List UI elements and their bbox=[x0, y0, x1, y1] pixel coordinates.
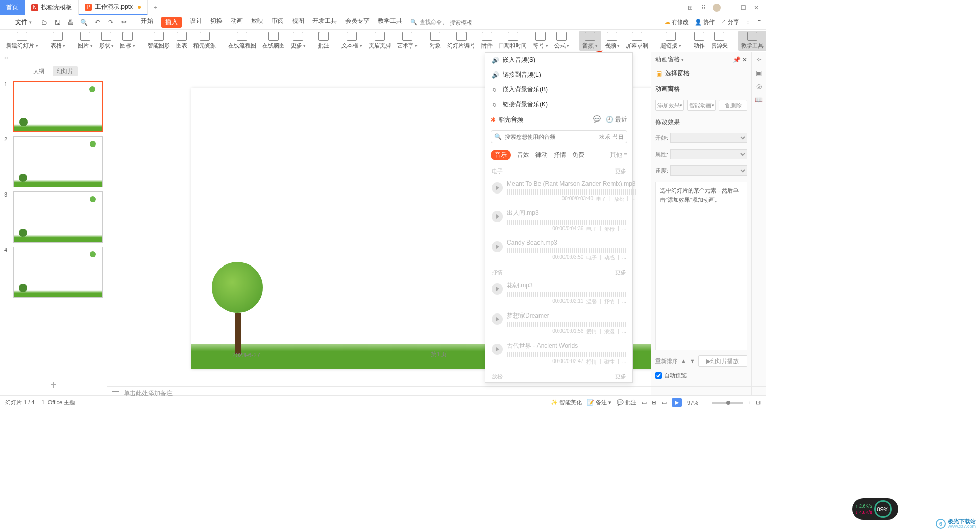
main-tab-9[interactable]: 会员专享 bbox=[345, 17, 370, 28]
move-up-icon[interactable]: ▲ bbox=[681, 358, 687, 364]
more-link[interactable]: 更多 bbox=[615, 167, 626, 175]
play-icon[interactable] bbox=[492, 313, 503, 325]
file-menu[interactable]: 文件 bbox=[15, 18, 32, 27]
audio-track[interactable]: Candy Beach.mp300:00/0:03:50电子|动感|... bbox=[485, 236, 632, 264]
ribbon-对象[interactable]: 对象 bbox=[428, 32, 443, 50]
ribbon-公式[interactable]: 公式 bbox=[552, 32, 572, 50]
print-icon[interactable]: 🖶 bbox=[66, 18, 76, 27]
ribbon-附件[interactable]: 附件 bbox=[479, 32, 495, 50]
audio-cat-律动[interactable]: 律动 bbox=[535, 151, 548, 159]
ribbon-图片[interactable]: 图片 bbox=[76, 32, 95, 50]
document-tab[interactable]: P 工作演示.pptx bbox=[79, 0, 148, 15]
audio-search[interactable]: 🔍 欢乐 节日 bbox=[491, 130, 627, 143]
expand-icon[interactable]: ⌃ bbox=[757, 19, 762, 26]
slides-tab[interactable]: 幻灯片 bbox=[53, 66, 78, 76]
main-tab-6[interactable]: 审阅 bbox=[272, 17, 284, 28]
audio-search-input[interactable] bbox=[505, 134, 596, 140]
play-icon[interactable] bbox=[492, 283, 503, 295]
redo-icon[interactable]: ↷ bbox=[106, 18, 115, 27]
ribbon-图表[interactable]: 图表 bbox=[174, 32, 189, 50]
coop-button[interactable]: 👤 协作 bbox=[695, 18, 715, 26]
recent-button[interactable]: 🕘 最近 bbox=[606, 115, 627, 124]
close-panel-icon[interactable]: ✕ bbox=[742, 56, 747, 63]
link-audio-item[interactable]: 🔊链接到音频(L) bbox=[485, 67, 632, 82]
feedback-icon[interactable]: 💬 bbox=[593, 115, 601, 124]
audio-cat-抒情[interactable]: 抒情 bbox=[554, 151, 566, 159]
more-link[interactable]: 更多 bbox=[615, 373, 626, 380]
tool-star-icon[interactable]: ✧ bbox=[756, 56, 762, 63]
outline-tab[interactable]: 大纲 bbox=[29, 66, 48, 76]
audio-cat-免费[interactable]: 免费 bbox=[572, 151, 584, 159]
ribbon-超链接[interactable]: 超链接 bbox=[658, 32, 683, 50]
move-down-icon[interactable]: ▼ bbox=[690, 358, 695, 364]
prop-select[interactable] bbox=[670, 149, 747, 159]
speed-select[interactable] bbox=[670, 165, 747, 176]
tool-target-icon[interactable]: ◎ bbox=[756, 83, 762, 90]
hamburger-icon[interactable] bbox=[4, 20, 11, 25]
ribbon-资源夹[interactable]: 资源夹 bbox=[709, 32, 730, 50]
ribbon-智能图形[interactable]: 智能图形 bbox=[145, 32, 172, 50]
slide-thumb-1[interactable] bbox=[13, 81, 103, 132]
new-tab-button[interactable]: + bbox=[148, 4, 163, 11]
ribbon-更多[interactable]: 更多 bbox=[289, 32, 308, 50]
play-icon[interactable] bbox=[492, 241, 503, 252]
ribbon-批注[interactable]: 批注 bbox=[316, 32, 331, 50]
close-button[interactable]: ✕ bbox=[752, 4, 761, 12]
ribbon-表格[interactable]: 表格 bbox=[48, 32, 68, 50]
audio-cat-other[interactable]: 其他 ≡ bbox=[610, 151, 627, 159]
audio-track[interactable]: 出人间.mp300:00/0:04:36电子|流行|... bbox=[485, 206, 632, 236]
panel-title[interactable]: 动画窗格 bbox=[655, 55, 684, 64]
pin-icon[interactable]: 📌 bbox=[733, 56, 741, 63]
slide-thumb-3[interactable] bbox=[13, 191, 103, 243]
ribbon-新建幻灯片[interactable]: 新建幻灯片 bbox=[4, 32, 40, 50]
template-tab[interactable]: N 找稻壳模板 bbox=[25, 0, 79, 15]
start-select[interactable] bbox=[670, 133, 747, 143]
ribbon-形状[interactable]: 形状 bbox=[97, 32, 116, 50]
slide-thumb-4[interactable] bbox=[13, 247, 103, 298]
audio-track[interactable]: Meant To Be (Rant Marson Zander Remix).m… bbox=[485, 177, 632, 206]
main-tab-10[interactable]: 教学工具 bbox=[378, 17, 402, 28]
ribbon-在线脑图[interactable]: 在线脑图 bbox=[260, 32, 287, 50]
audio-track[interactable]: 古代世界 - Ancient Worlds00:00/0:02:47抒情|磁性|… bbox=[485, 339, 632, 369]
tool-box-icon[interactable]: ▣ bbox=[756, 69, 762, 77]
pending-button[interactable]: ☁ 有修改 bbox=[665, 18, 689, 26]
ribbon-在线流程图[interactable]: 在线流程图 bbox=[226, 32, 258, 50]
ribbon-教学工具[interactable]: 教学工具 bbox=[738, 31, 766, 51]
save-icon[interactable]: 🖫 bbox=[53, 18, 62, 27]
tag-happy[interactable]: 欢乐 bbox=[599, 133, 610, 141]
apps-icon[interactable]: ⠿ bbox=[699, 4, 707, 12]
play-slide-button[interactable]: ▶ 幻灯片播放 bbox=[698, 355, 747, 367]
ribbon-动作[interactable]: 动作 bbox=[692, 32, 707, 50]
main-tab-0[interactable]: 开始 bbox=[141, 17, 153, 28]
avatar-icon[interactable] bbox=[713, 4, 721, 12]
layout-icon[interactable]: ⊞ bbox=[686, 4, 694, 12]
play-icon[interactable] bbox=[492, 182, 503, 194]
main-tab-4[interactable]: 动画 bbox=[231, 17, 243, 28]
add-effect-button[interactable]: 添加效果 bbox=[655, 100, 684, 111]
audio-cat-音乐[interactable]: 音乐 bbox=[491, 150, 511, 160]
audio-track[interactable]: 花朝.mp300:00/0:02:11温馨|抒情|... bbox=[485, 278, 632, 308]
ribbon-日期和时间[interactable]: 日期和时间 bbox=[497, 32, 529, 50]
search-input[interactable] bbox=[450, 19, 480, 26]
ribbon-屏幕录制[interactable]: 屏幕录制 bbox=[624, 32, 650, 50]
main-tab-2[interactable]: 设计 bbox=[190, 17, 202, 28]
main-tab-3[interactable]: 切换 bbox=[210, 17, 223, 28]
ribbon-稻壳资源[interactable]: 稻壳资源 bbox=[191, 32, 218, 50]
zoom-slider[interactable] bbox=[712, 402, 743, 404]
link-bgm-item[interactable]: ♫链接背景音乐(K) bbox=[485, 97, 632, 112]
ribbon-符号[interactable]: 符号 bbox=[531, 32, 550, 50]
ribbon-页眉页脚[interactable]: 页眉页脚 bbox=[366, 32, 393, 50]
more-icon[interactable]: ⋮ bbox=[745, 19, 751, 26]
share-button[interactable]: ↗ 分享 bbox=[721, 18, 739, 26]
delete-button[interactable]: 🗑 删除 bbox=[719, 100, 747, 111]
tool-book-icon[interactable]: 📖 bbox=[755, 96, 763, 103]
smart-anim-button[interactable]: 智能动画 bbox=[687, 100, 716, 111]
zoom-label[interactable]: 97% bbox=[687, 400, 698, 406]
ribbon-视频[interactable]: 视频 bbox=[603, 32, 622, 50]
auto-preview-checkbox[interactable]: 自动预览 bbox=[655, 372, 747, 379]
ribbon-文本框[interactable]: 文本框 bbox=[339, 32, 364, 50]
play-icon[interactable] bbox=[492, 344, 503, 355]
ribbon-图标[interactable]: 图标 bbox=[118, 32, 137, 50]
play-icon[interactable] bbox=[492, 211, 503, 222]
collapse-icon[interactable]: ‹‹ bbox=[0, 52, 107, 63]
